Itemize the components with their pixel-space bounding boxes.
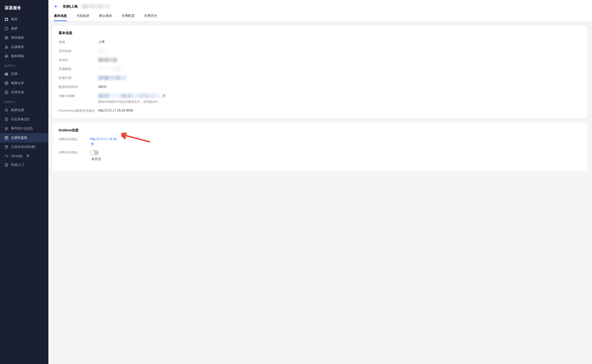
back-arrow-icon[interactable] (54, 4, 59, 9)
sidebar-item-label: 概览 (11, 17, 18, 21)
sidebar-item-cluster[interactable]: 集群 (0, 24, 48, 33)
sidebar-item-app[interactable]: 应用 (0, 69, 48, 78)
app-icon (5, 72, 8, 76)
svg-rect-15 (5, 82, 8, 84)
sidebar-item-label: 边缘集群 (11, 45, 24, 49)
external-link-icon[interactable] (91, 143, 117, 146)
sidebar-item-elastic[interactable]: 弹性集群 (0, 33, 48, 42)
tab-alarm-history[interactable]: 告警历史 (144, 14, 157, 21)
field-value-redacted (98, 67, 121, 71)
field-value: 未开启 (90, 150, 101, 161)
sidebar-item-market[interactable]: 应用市场 (0, 88, 48, 97)
field-label: 对象存储桶 (59, 94, 98, 98)
elastic-icon (5, 36, 8, 40)
devops-icon (5, 154, 8, 158)
edge-icon (5, 45, 8, 49)
svg-point-11 (6, 56, 7, 57)
svg-rect-13 (5, 74, 8, 74)
sidebar-item-label: 镜像仓库 (11, 81, 24, 85)
sidebar-item-label: 云原生监控 (11, 136, 27, 140)
grafana-info-card: Grafana信息 内网访问地址 http://172.17.16.36 外网访… (53, 123, 587, 171)
field-value-redacted (98, 49, 109, 53)
ops-icon (5, 108, 8, 112)
sidebar-item-overview[interactable]: 概览 (0, 15, 48, 24)
external-link-icon (26, 155, 29, 158)
main-content: 实例(上海 基本信息 关联集群 聚合规则 告警配置 告警历史 基本信息 地域 上… (48, 0, 592, 364)
svg-marker-4 (5, 27, 8, 30)
field-label: 地域 (59, 40, 98, 44)
sidebar-item-devops[interactable]: DevOps (0, 152, 48, 160)
sidebar-item-image[interactable]: 镜像仓库 ⌄ (0, 78, 48, 88)
breadcrumb: 实例(上海 (48, 0, 592, 11)
field-label: 所属网络 (59, 67, 98, 71)
sidebar-item-guide[interactable]: 快速入门 (0, 160, 48, 169)
external-link-icon[interactable] (162, 94, 165, 98)
sidebar-item-label: DevOps (11, 154, 23, 158)
field-label: 实例名称 (59, 49, 98, 53)
toggle-status-label: 未开启 (91, 157, 101, 161)
tab-aggregate[interactable]: 聚合规则 (99, 14, 112, 21)
chevron-down-icon: ⌄ (42, 82, 44, 84)
svg-rect-3 (7, 20, 8, 21)
field-value: 上海 (98, 40, 105, 44)
field-value: 360天 (98, 85, 107, 89)
event-icon (5, 127, 8, 130)
field-region: 地域 上海 (59, 40, 582, 44)
sidebar-item-label: 弹性集群 (11, 36, 24, 40)
svg-point-9 (7, 47, 8, 48)
sidebar-item-label: 应用 (11, 72, 18, 76)
grafana-internal-link[interactable]: http://172.17.16.36 (90, 137, 117, 141)
sidebar-item-label: 云原生etcd(内测) (11, 145, 35, 149)
sidebar-category-app: 应用中心 (0, 61, 48, 69)
sidebar-item-edge[interactable]: 边缘集群 (0, 42, 48, 52)
monitor-icon (5, 136, 8, 140)
tab-basic-info[interactable]: 基本信息 (54, 14, 67, 21)
content-area: 基本信息 地域 上海 实例名称 实例ID 所属网络 (48, 21, 592, 364)
svg-point-7 (6, 46, 7, 46)
field-instance-name: 实例名称 (59, 49, 582, 53)
field-value-redacted (98, 76, 126, 80)
svg-point-16 (6, 83, 7, 84)
sidebar-item-label: 日志采集(旧) (11, 117, 29, 121)
sidebar-title: 容器服务 (0, 0, 48, 15)
tab-cluster[interactable]: 关联集群 (77, 14, 89, 21)
field-label: 外网访问地址 (59, 150, 90, 155)
page-title: 实例(上海 (63, 4, 78, 9)
svg-point-8 (5, 47, 6, 48)
sidebar-item-etcd[interactable]: 云原生etcd(内测) (0, 142, 48, 152)
sidebar-item-label: 集群运维 (11, 108, 24, 112)
hexagon-icon (5, 27, 8, 30)
sidebar-item-ops[interactable]: 集群运维 ⌄ (0, 105, 48, 115)
field-network: 所属网络 (59, 67, 582, 71)
external-access-toggle[interactable] (90, 150, 99, 155)
sidebar: 容器服务 概览 集群 弹性集群 边缘集群 服务网格 应用中心 应用 镜像仓库 ⌄… (0, 0, 48, 364)
field-label: Prometheus数据查询地址 (59, 109, 98, 113)
svg-rect-12 (5, 73, 8, 73)
svg-rect-2 (5, 20, 6, 21)
market-icon (5, 91, 8, 94)
image-icon (5, 81, 8, 85)
field-label: 实例ID (59, 58, 98, 62)
field-subnet: 所属子网 (59, 76, 582, 80)
field-bucket: 对象存储桶 删除存储桶将导致监控数据丢失，请谨慎操作。 (59, 94, 582, 104)
sidebar-item-mesh[interactable]: 服务网格 (0, 52, 48, 61)
field-value: http://172.17.16.42:9090 (98, 109, 133, 112)
chevron-down-icon: ⌄ (42, 109, 44, 111)
svg-rect-1 (7, 18, 8, 19)
etcd-icon (5, 145, 8, 149)
grid-icon (5, 18, 8, 21)
grafana-info-title: Grafana信息 (59, 128, 582, 132)
field-hint: 删除存储桶将导致监控数据丢失，请谨慎操作。 (98, 100, 165, 104)
tabs: 基本信息 关联集群 聚合规则 告警配置 告警历史 (48, 11, 592, 21)
sidebar-item-event[interactable]: 事件持久化(旧) (0, 124, 48, 133)
sidebar-item-log[interactable]: 日志采集(旧) (0, 115, 48, 124)
field-prometheus: Prometheus数据查询地址 http://172.17.16.42:909… (59, 109, 582, 113)
field-instance-id: 实例ID (59, 58, 582, 62)
field-value: 删除存储桶将导致监控数据丢失，请谨慎操作。 (98, 94, 165, 104)
basic-info-title: 基本信息 (59, 31, 582, 35)
sidebar-item-label: 应用市场 (11, 90, 24, 94)
sidebar-item-monitor[interactable]: 云原生监控 (0, 133, 48, 142)
sidebar-item-label: 事件持久化(旧) (11, 126, 33, 131)
tab-alarm-config[interactable]: 告警配置 (122, 14, 135, 21)
svg-point-21 (5, 146, 8, 147)
